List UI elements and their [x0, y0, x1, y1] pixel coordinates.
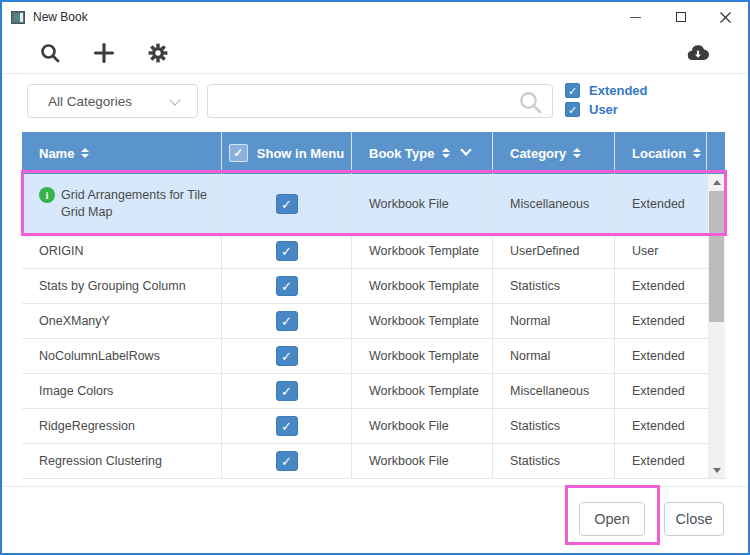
maximize-icon	[676, 12, 686, 22]
user-checkbox[interactable]: ✓	[565, 102, 580, 117]
row-book-type: Workbook Template	[352, 374, 493, 408]
chevron-down-icon	[169, 94, 180, 105]
settings-button[interactable]	[145, 40, 171, 66]
search-tool-button[interactable]	[37, 40, 63, 66]
row-name: OneXManyY	[22, 304, 222, 338]
row-name: Image Colors	[22, 374, 222, 408]
table-row[interactable]: RidgeRegression ✓ Workbook File Statisti…	[22, 409, 725, 444]
row-location: Extended	[615, 374, 707, 408]
search-input[interactable]	[218, 89, 513, 113]
user-filter[interactable]: ✓ User	[565, 102, 648, 117]
maximize-button[interactable]	[658, 2, 703, 32]
location-filter-group: ✓ Extended ✓ User	[565, 83, 648, 117]
table-row[interactable]: NoColumnLabelRows ✓ Workbook Template No…	[22, 339, 725, 374]
table-row[interactable]: OneXManyY ✓ Workbook Template Normal Ext…	[22, 304, 725, 339]
row-book-type: Workbook File	[352, 174, 493, 233]
cloud-download-button[interactable]	[685, 40, 711, 66]
open-button[interactable]: Open	[579, 502, 645, 536]
scroll-down-button[interactable]	[708, 463, 725, 477]
gear-icon	[146, 41, 170, 65]
column-header-location-label: Location	[632, 146, 686, 161]
row-category: Normal	[493, 304, 615, 338]
show-in-menu-checkbox[interactable]: ✓	[276, 451, 298, 471]
show-in-menu-checkbox[interactable]: ✓	[276, 276, 298, 296]
row-book-type: Workbook Template	[352, 304, 493, 338]
row-category: Statistics	[493, 269, 615, 303]
category-dropdown-value: All Categories	[48, 94, 132, 109]
search-icon	[38, 41, 62, 65]
footer-divider	[2, 486, 748, 487]
show-in-menu-checkbox[interactable]: ✓	[276, 381, 298, 401]
extended-checkbox[interactable]: ✓	[565, 83, 580, 98]
extended-checkbox-label: Extended	[589, 83, 648, 98]
workbook-app-icon	[11, 11, 25, 24]
column-header-category[interactable]: Category	[493, 132, 615, 174]
row-category: Miscellaneous	[493, 174, 615, 233]
close-button[interactable]	[703, 2, 748, 32]
cloud-download-icon	[685, 41, 711, 65]
row-category: UserDefined	[493, 234, 615, 268]
row-category: Normal	[493, 339, 615, 373]
column-header-location[interactable]: Location	[615, 132, 707, 174]
row-location: Extended	[615, 174, 707, 233]
add-button[interactable]	[91, 40, 117, 66]
row-location: Extended	[615, 269, 707, 303]
table-row-selected[interactable]: i Grid Arrangements for Tile Grid Map ✓ …	[22, 174, 725, 234]
row-name: Regression Clustering	[22, 444, 222, 478]
sort-icon	[442, 148, 450, 158]
close-icon	[719, 11, 732, 24]
vertical-scrollbar[interactable]	[708, 174, 725, 478]
close-dialog-button[interactable]: Close	[664, 502, 724, 536]
column-header-book-type[interactable]: Book Type	[352, 132, 493, 174]
sort-icon	[693, 148, 701, 158]
table-row[interactable]: Image Colors ✓ Workbook Template Miscell…	[22, 374, 725, 409]
row-book-type: Workbook Template	[352, 234, 493, 268]
table-row[interactable]: ORIGIN ✓ Workbook Template UserDefined U…	[22, 234, 725, 269]
table-row[interactable]: Regression Clustering ✓ Workbook File St…	[22, 444, 725, 479]
column-header-scroll-spacer	[707, 132, 725, 174]
category-dropdown[interactable]: All Categories	[27, 84, 198, 118]
sort-icon	[573, 148, 581, 158]
book-type-filter-chevron-icon[interactable]	[460, 144, 471, 155]
window-controls	[613, 2, 748, 32]
info-icon[interactable]: i	[39, 187, 55, 203]
show-in-menu-header-checkbox[interactable]: ✓	[229, 144, 248, 162]
show-in-menu-checkbox[interactable]: ✓	[276, 194, 298, 214]
scrollbar-thumb[interactable]	[709, 191, 724, 322]
row-book-type: Workbook Template	[352, 269, 493, 303]
filter-bar: All Categories ✓ Extended ✓ User	[2, 82, 748, 122]
table-body: i Grid Arrangements for Tile Grid Map ✓ …	[22, 174, 725, 479]
row-location: User	[615, 234, 707, 268]
plus-icon	[92, 41, 116, 65]
show-in-menu-checkbox[interactable]: ✓	[276, 416, 298, 436]
row-book-type: Workbook File	[352, 444, 493, 478]
scroll-up-button[interactable]	[708, 175, 725, 189]
user-checkbox-label: User	[589, 102, 618, 117]
titlebar: New Book	[2, 2, 748, 32]
column-header-category-label: Category	[510, 146, 566, 161]
scroll-up-icon	[713, 180, 721, 185]
row-book-type: Workbook Template	[352, 339, 493, 373]
row-name: Stats by Grouping Column	[22, 269, 222, 303]
row-name: RidgeRegression	[22, 409, 222, 443]
row-category: Miscellaneous	[493, 374, 615, 408]
show-in-menu-checkbox[interactable]: ✓	[276, 311, 298, 331]
row-location: Extended	[615, 409, 707, 443]
books-table: Name ✓ Show in Menu Book Type Category L…	[22, 132, 725, 479]
toolbar-divider	[2, 73, 748, 74]
minimize-button[interactable]	[613, 2, 658, 32]
search-field-icon	[517, 89, 544, 116]
extended-filter[interactable]: ✓ Extended	[565, 83, 648, 98]
show-in-menu-checkbox[interactable]: ✓	[276, 241, 298, 261]
search-field-container	[207, 84, 553, 118]
sort-icon	[81, 148, 89, 158]
row-location: Extended	[615, 339, 707, 373]
column-header-show-in-menu-label: Show in Menu	[257, 146, 344, 161]
column-header-name[interactable]: Name	[22, 132, 222, 174]
scroll-down-icon	[713, 468, 721, 473]
column-header-name-label: Name	[39, 146, 74, 161]
table-row[interactable]: Stats by Grouping Column ✓ Workbook Temp…	[22, 269, 725, 304]
row-name: NoColumnLabelRows	[22, 339, 222, 373]
column-header-show-in-menu[interactable]: ✓ Show in Menu	[222, 132, 352, 174]
show-in-menu-checkbox[interactable]: ✓	[276, 346, 298, 366]
